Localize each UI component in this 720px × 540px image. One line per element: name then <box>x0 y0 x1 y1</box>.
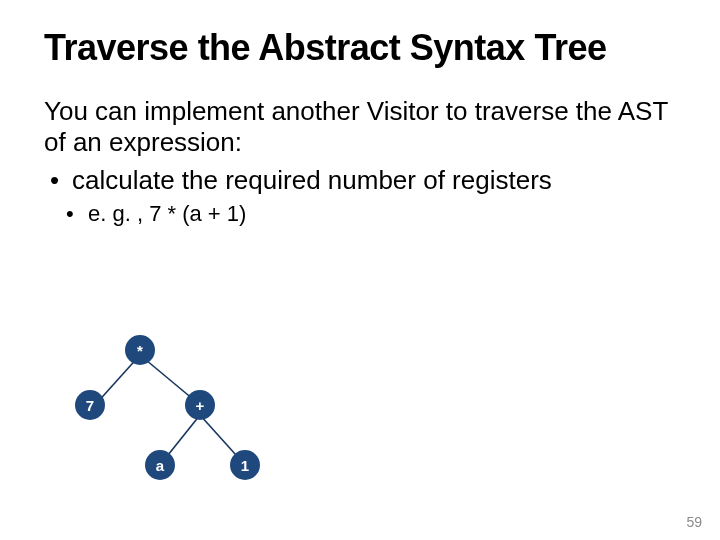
tree-node-right: + <box>185 390 215 420</box>
bullet-level-2: e. g. , 7 * (a + 1) <box>44 200 676 229</box>
tree-node-right-left: a <box>145 450 175 480</box>
tree-node-root: * <box>125 335 155 365</box>
bullet-level-1: calculate the required number of registe… <box>44 164 676 197</box>
slide: Traverse the Abstract Syntax Tree You ca… <box>0 0 720 540</box>
ast-tree: * 7 + a 1 <box>60 330 320 510</box>
tree-node-left: 7 <box>75 390 105 420</box>
page-number: 59 <box>686 514 702 530</box>
slide-title: Traverse the Abstract Syntax Tree <box>44 28 676 68</box>
tree-edges <box>60 330 320 510</box>
intro-text: You can implement another Visitor to tra… <box>44 96 676 158</box>
tree-node-right-right: 1 <box>230 450 260 480</box>
